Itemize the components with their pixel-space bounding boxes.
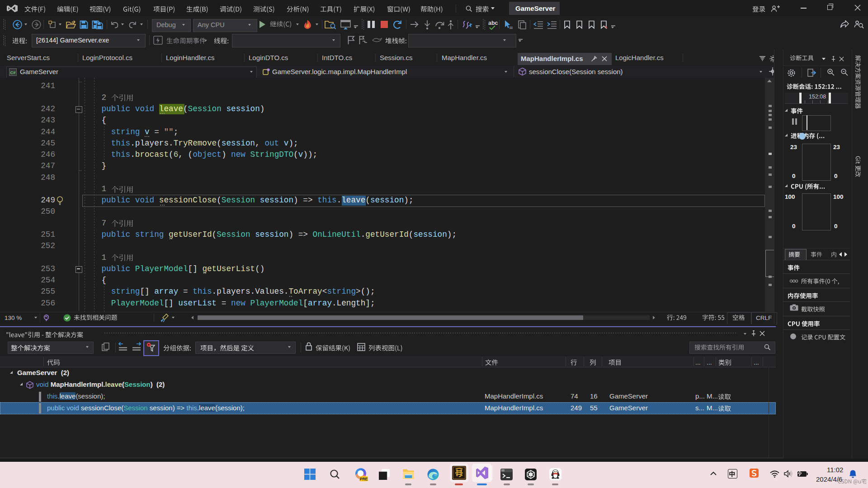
- svg-text:PRE: PRE: [360, 477, 368, 481]
- svg-text:C#: C#: [10, 70, 16, 75]
